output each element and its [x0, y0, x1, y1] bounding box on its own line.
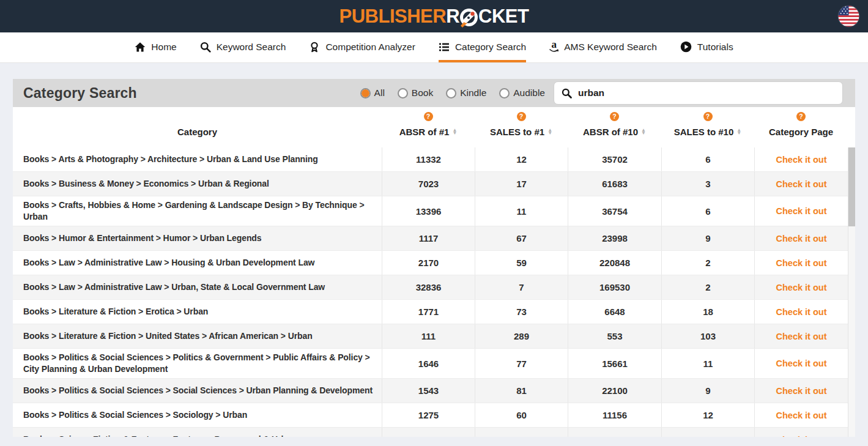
nav-label: Home [151, 42, 176, 53]
scrollbar-thumb[interactable] [848, 147, 855, 226]
nav-item-competition-analyzer[interactable]: Competition Analyzer [309, 32, 415, 62]
sales-to-10-cell: 204 [661, 428, 754, 437]
radio-label: All [374, 87, 385, 98]
sales-to-10-cell: 2 [661, 275, 754, 299]
nav-label: Tutorials [697, 42, 733, 53]
radio-label: Kindle [460, 87, 486, 98]
rocket-icon [460, 9, 478, 26]
search-input[interactable] [578, 87, 835, 98]
check-it-out-link[interactable]: Check it out [776, 234, 827, 243]
sales-to-1-cell: 505 [475, 428, 568, 437]
column-header-absr-of-1[interactable]: ? ABSR of #1▲▼ [382, 107, 475, 147]
main-nav: Home Keyword Search Competition Analyzer… [0, 32, 868, 63]
category-cell: Books > Literature & Fiction > United St… [13, 324, 382, 348]
sales-to-1-cell: 7 [475, 275, 568, 299]
language-flag-icon[interactable] [837, 5, 860, 28]
radio-icon [499, 88, 510, 98]
check-it-out-link[interactable]: Check it out [776, 411, 827, 420]
logo-text-r: R [446, 7, 459, 26]
logo-text-cket: CKET [478, 7, 529, 26]
nav-item-keyword-search[interactable]: Keyword Search [200, 32, 286, 62]
amazon-icon: a [549, 41, 558, 53]
nav-label: Competition Analyzer [325, 42, 415, 53]
sales-to-10-cell: 6 [661, 196, 754, 226]
check-it-out-link[interactable]: Check it out [776, 307, 827, 317]
sort-icon: ▲▼ [736, 129, 741, 135]
check-it-out-link[interactable]: Check it out [776, 283, 827, 292]
sales-to-10-cell: 9 [661, 379, 754, 403]
help-icon[interactable]: ? [424, 112, 433, 121]
filter-radio-book[interactable]: Book [398, 87, 433, 98]
absr-of-1-cell: 1275 [382, 403, 475, 427]
column-label: Category Page [769, 127, 833, 137]
nav-label: Keyword Search [217, 42, 286, 53]
check-it-out-link[interactable]: Check it out [776, 386, 827, 396]
filter-radio-kindle[interactable]: Kindle [446, 87, 486, 98]
absr-of-10-cell: 220848 [568, 251, 661, 275]
column-label: ABSR of #10 [583, 127, 638, 137]
help-icon[interactable]: ? [610, 112, 619, 121]
column-header-category-page[interactable]: ? Category Page [754, 107, 848, 147]
column-label: SALES to #1 [490, 127, 544, 137]
table-row: Books > Arts & Photography > Architectur… [13, 147, 848, 172]
column-header-sales-to-10[interactable]: ? SALES to #10▲▼ [661, 107, 754, 147]
medal-icon [309, 42, 320, 53]
absr-of-10-cell: 169530 [568, 275, 661, 299]
help-icon[interactable]: ? [796, 112, 806, 121]
help-icon[interactable]: ? [517, 112, 526, 121]
nav-item-home[interactable]: Home [135, 32, 176, 62]
table-row: Books > Science Fiction & Fantasy > Fant… [13, 428, 848, 437]
absr-of-1-cell: 1646 [382, 349, 475, 378]
absr-of-1-cell: 7023 [382, 172, 475, 196]
help-icon[interactable]: ? [703, 112, 713, 121]
column-header-absr-of-10[interactable]: ? ABSR of #10▲▼ [568, 107, 661, 147]
check-it-out-link[interactable]: Check it out [776, 435, 827, 437]
category-cell: Books > Politics & Social Sciences > Soc… [13, 403, 382, 427]
logo-text-publisher: PUBLISHER [339, 7, 447, 26]
sales-to-10-cell: 18 [661, 300, 754, 324]
check-it-out-link[interactable]: Check it out [776, 359, 827, 368]
sales-to-1-cell: 11 [475, 196, 568, 226]
sort-icon: ▲▼ [641, 129, 646, 135]
check-it-out-link[interactable]: Check it out [776, 155, 827, 165]
nav-item-tutorials[interactable]: Tutorials [680, 32, 733, 62]
absr-of-10-cell: 23998 [568, 226, 661, 250]
table-row: Books > Business & Money > Economics > U… [13, 172, 848, 196]
column-header-category[interactable]: ? Category [13, 107, 382, 147]
absr-of-10-cell: 104 [568, 428, 661, 437]
table-scrollbar[interactable] [848, 147, 855, 437]
absr-of-1-cell: 1543 [382, 379, 475, 403]
nav-item-category-search[interactable]: Category Search [439, 32, 526, 62]
column-label: SALES to #10 [674, 127, 734, 137]
check-it-out-link[interactable]: Check it out [776, 332, 827, 341]
column-label: ABSR of #1 [399, 127, 450, 137]
sales-to-1-cell: 17 [475, 172, 568, 196]
list-icon [439, 42, 450, 53]
table-row: Books > Literature & Fiction > United St… [13, 324, 848, 349]
table-row: Books > Crafts, Hobbies & Home > Gardeni… [13, 196, 848, 226]
top-bar: PUBLISHERR CKET [0, 0, 868, 32]
column-header-sales-to-1[interactable]: ? SALES to #1▲▼ [475, 107, 568, 147]
search-icon [562, 88, 572, 98]
category-cell: Books > Politics & Social Sciences > Pol… [13, 349, 382, 378]
check-it-out-link[interactable]: Check it out [776, 258, 827, 268]
sort-icon: ▲▼ [452, 129, 457, 135]
absr-of-10-cell: 36754 [568, 196, 661, 226]
nav-item-ams-keyword-search[interactable]: a AMS Keyword Search [549, 32, 657, 62]
absr-of-1-cell: 48 [382, 428, 475, 437]
category-search-panel: Category Search All Book Kindle Audible [13, 79, 855, 437]
check-it-out-link[interactable]: Check it out [776, 206, 827, 216]
category-cell: Books > Science Fiction & Fantasy > Fant… [13, 428, 382, 437]
radio-icon [398, 88, 408, 98]
table-header: ? Category ? ABSR of #1▲▼ ? SALES to #1▲… [13, 107, 848, 147]
check-it-out-link[interactable]: Check it out [776, 179, 827, 189]
sales-to-10-cell: 6 [661, 147, 754, 171]
sort-icon: ▲▼ [547, 129, 552, 135]
filter-radio-all[interactable]: All [360, 87, 385, 98]
sales-to-1-cell: 77 [475, 349, 568, 378]
category-cell: Books > Politics & Social Sciences > Soc… [13, 379, 382, 403]
filter-radio-audible[interactable]: Audible [499, 87, 545, 98]
category-cell: Books > Business & Money > Economics > U… [13, 172, 382, 196]
sales-to-1-cell: 289 [475, 324, 568, 348]
sales-to-10-cell: 103 [661, 324, 754, 348]
